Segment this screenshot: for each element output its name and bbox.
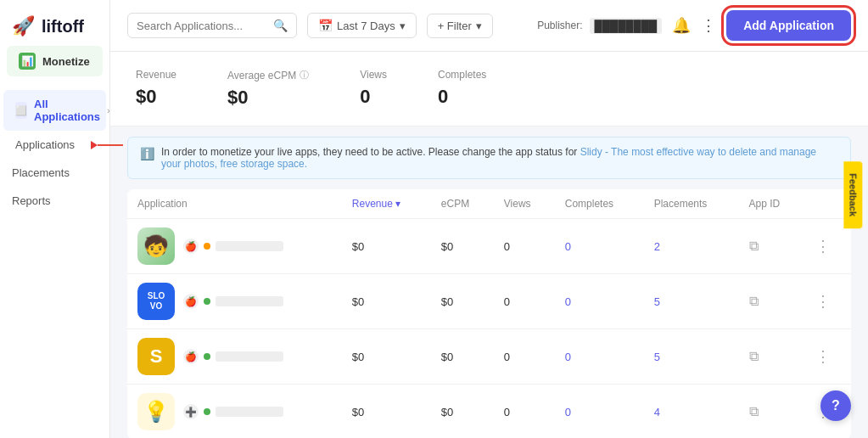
app-name [216,296,283,306]
feedback-tab[interactable]: Feedback [844,161,863,228]
table-row: 💡 ➕ $0 $0 0 0 4 ⧉ ⋮ [127,385,851,439]
completes-cell: 0 [555,219,644,274]
copy-icon[interactable]: ⧉ [749,239,759,253]
sidebar: 🚀 liftoff 📊 Monetize ⬜ All Applications … [0,0,110,438]
completes-link[interactable]: 0 [565,351,571,363]
applications-table-container: Application Revenue ▾ eCPM Views Complet… [110,189,868,438]
ecpm-cell: $0 [431,385,494,439]
status-dot [204,353,210,360]
table-header-row: Application Revenue ▾ eCPM Views Complet… [127,189,851,219]
completes-link[interactable]: 0 [565,406,571,418]
search-box[interactable]: 🔍 [127,13,297,38]
revenue-cell: $0 [342,385,431,439]
app-cell-row-3: S 🍎 [127,329,342,385]
filter-button[interactable]: + Filter ▾ [427,14,493,38]
copy-icon[interactable]: ⧉ [749,349,759,363]
completes-cell: 0 [555,385,644,439]
row-more-icon[interactable]: ⋮ [815,238,831,255]
platform-icon: 🍎 [183,349,199,364]
sidebar-item-all-applications[interactable]: ⬜ All Applications › [3,90,106,131]
app-id-cell: ⧉ [739,329,805,385]
app-name [216,241,283,251]
platform-icon: ➕ [183,404,199,419]
app-id-cell: ⧉ [739,274,805,329]
platform-icon: 🍎 [183,294,199,309]
placements-link[interactable]: 2 [654,240,660,253]
app-icon: 💡 [137,393,175,430]
placements-link[interactable]: 5 [654,295,660,308]
header-right: Publisher: ████████ 🔔 ⋮ Add Application [537,10,851,41]
col-completes: Completes [555,189,644,219]
row-more-icon[interactable]: ⋮ [815,348,831,365]
stat-views: Views 0 [360,69,387,109]
monetize-section[interactable]: 📊 Monetize [7,46,103,76]
table-row: S 🍎 $0 $0 0 0 5 ⧉ ⋮ [127,329,851,385]
placements-cell: 5 [644,329,739,385]
bell-icon[interactable]: 🔔 [672,16,691,35]
row-more-actions: ⋮ [805,329,851,385]
placements-link[interactable]: 5 [654,351,660,363]
sidebar-item-placements[interactable]: Placements [0,159,109,187]
stat-views-label: Views [360,69,387,81]
monetize-icon: 📊 [19,53,36,70]
row-more-icon[interactable]: ⋮ [815,293,831,310]
publisher-label: Publisher: [537,20,582,31]
stat-views-value: 0 [360,86,387,108]
info-banner-text: In order to monetize your live apps, the… [161,146,838,170]
views-cell: 0 [494,385,555,439]
row-more-actions: ⋮ [805,274,851,329]
chevron-right-icon: › [107,105,110,115]
logo-text: liftoff [42,17,84,36]
copy-icon[interactable]: ⧉ [749,294,759,308]
status-dot [204,408,210,415]
chevron-down-icon: ▾ [400,20,406,32]
ecpm-cell: $0 [431,329,494,385]
header-left: 🔍 📅 Last 7 Days ▾ + Filter ▾ [127,13,493,38]
help-button[interactable]: ? [820,390,851,421]
sidebar-nav: ⬜ All Applications › Applications Placem… [0,85,109,220]
completes-link[interactable]: 0 [565,240,571,253]
placements-link[interactable]: 4 [654,406,660,418]
stat-avg-ecpm-label: Average eCPM ⓘ [227,69,309,81]
sidebar-item-reports[interactable]: Reports [0,187,109,215]
col-revenue[interactable]: Revenue ▾ [342,189,431,219]
reports-label: Reports [12,194,51,207]
revenue-cell: $0 [342,219,431,274]
views-cell: 0 [494,329,555,385]
views-cell: 0 [494,219,555,274]
stat-revenue: Revenue $0 [136,69,176,109]
ecpm-cell: $0 [431,219,494,274]
revenue-cell: $0 [342,274,431,329]
col-views: Views [494,189,555,219]
search-input[interactable] [137,20,268,32]
app-cell-row-4: 💡 ➕ [127,385,342,439]
col-app-id: App ID [739,189,805,219]
publisher-info: Publisher: ████████ [537,18,662,34]
placements-label: Placements [12,166,70,179]
logo-icon: 🚀 [12,15,35,37]
header: 🔍 📅 Last 7 Days ▾ + Filter ▾ Publisher: … [110,0,868,52]
add-application-button[interactable]: Add Application [726,10,851,41]
date-filter-label: Last 7 Days [337,20,395,32]
completes-link[interactable]: 0 [565,295,571,308]
date-filter-button[interactable]: 📅 Last 7 Days ▾ [307,13,417,38]
app-id-cell: ⧉ [739,385,805,439]
applications-label: Applications [15,138,75,151]
sidebar-item-applications[interactable]: Applications [3,131,106,159]
all-apps-icon: ⬜ [15,102,27,119]
stats-bar: Revenue $0 Average eCPM ⓘ $0 Views 0 Com… [110,52,868,126]
info-banner: ℹ️ In order to monetize your live apps, … [127,137,851,179]
logo: 🚀 liftoff [0,0,109,46]
completes-cell: 0 [555,329,644,385]
placements-cell: 5 [644,274,739,329]
ecpm-cell: $0 [431,274,494,329]
arrow-indicator [91,141,123,149]
app-cell-row-1: 🧒 🍎 [127,219,342,274]
table-row: 🧒 🍎 $0 $0 0 0 2 ⧉ ⋮ [127,219,851,274]
app-cell-row-2: SLOVO 🍎 [127,274,342,329]
col-ecpm: eCPM [431,189,494,219]
copy-icon[interactable]: ⧉ [749,404,759,418]
monetize-label: Monetize [42,55,90,68]
sidebar-item-label: All Applications [34,98,100,123]
more-options-icon[interactable]: ⋮ [701,16,716,35]
